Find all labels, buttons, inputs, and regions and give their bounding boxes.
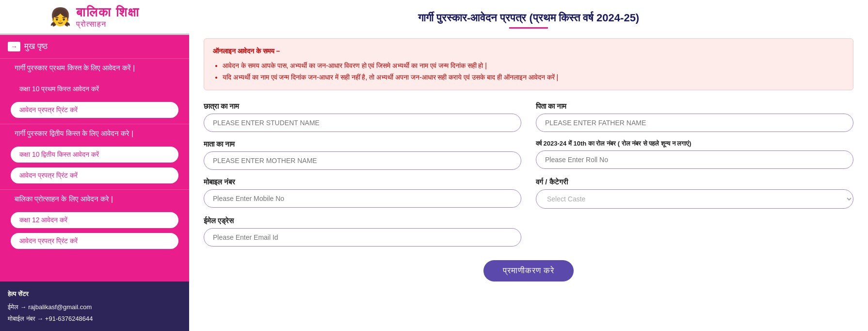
section3-group: बालिका प्रोत्साहन के लिए आवेदन करे | कक्… [0, 189, 189, 253]
student-name-group: छात्रा का नाम [204, 102, 521, 132]
logo-text: बालिका शिक्षा प्रोत्साहन [76, 5, 140, 29]
mother-name-input[interactable] [204, 151, 521, 170]
logo-area: 👧 बालिका शिक्षा प्रोत्साहन [0, 0, 189, 33]
student-name-label: छात्रा का नाम [204, 102, 521, 111]
caste-select[interactable]: Select Caste General OBC SC ST [536, 189, 853, 209]
section1-btn2[interactable]: आवेदन प्रपत्र प्रिंट करें [10, 101, 179, 119]
section2-btn2[interactable]: आवेदन प्रपत्र प्रिंट करें [10, 166, 179, 184]
mobile-label: मोबाइल नंबर [204, 178, 521, 186]
main-content: गार्गी पुरस्कार-आवेदन प्रपत्र (प्रथम किस… [189, 0, 868, 331]
caste-label: वर्ग / कैटेगरी [536, 178, 853, 186]
sidebar: 👧 बालिका शिक्षा प्रोत्साहन → मुख पृष्ठ ग… [0, 0, 189, 331]
section3-link-label: बालिका प्रोत्साहन के लिए आवेदन करे | [15, 195, 113, 203]
logo-title: बालिका शिक्षा [76, 5, 140, 20]
section3-btn2[interactable]: आवेदन प्रपत्र प्रिंट करें [10, 232, 179, 250]
roll-no-input[interactable] [536, 150, 853, 169]
mobile-group: मोबाइल नंबर [204, 178, 521, 209]
mobile-input[interactable] [204, 189, 521, 208]
section3-btn1[interactable]: कक्षा 12 आवेदन करें [10, 211, 179, 229]
section2-btn1-label: कक्षा 10 द्वितीय किस्त आवेदन करें [19, 150, 99, 158]
notice-box: ऑनलाइन आवेदन के समय – आवेदन के समय आपके … [204, 38, 853, 90]
notice-item-2: यदि अभ्यर्थी का नाम एवं जन्म दिनांक जन-आ… [223, 72, 844, 83]
section2-link-label: गार्गी पुरस्कार द्वितीय किस्त के लिए आवे… [15, 129, 133, 137]
help-email: ईमेल → rajbalikasf@gmail.com [8, 301, 181, 313]
page-title: गार्गी पुरस्कार-आवेदन प्रपत्र (प्रथम किस… [204, 12, 853, 24]
section2-link[interactable]: गार्गी पुरस्कार द्वितीय किस्त के लिए आवे… [0, 124, 189, 143]
help-section: हेल्प सेंटर ईमेल → rajbalikasf@gmail.com… [0, 281, 189, 331]
section1-link[interactable]: गार्गी पुरस्कार प्रथम किस्त के लिए आवेदन… [0, 58, 189, 77]
father-name-input[interactable] [536, 114, 853, 132]
help-email-label: ईमेल → [8, 303, 27, 311]
verify-button[interactable]: प्रमाणीकरण करे [483, 260, 574, 281]
form-grid: छात्रा का नाम पिता का नाम माता का नाम वर… [204, 102, 853, 247]
page-title-underline [509, 27, 548, 29]
roll-no-label: वर्ष 2023-24 में 10th का रोल नंबर ( रोल … [536, 140, 853, 148]
logo-icon: 👧 [49, 7, 71, 27]
help-phone-label: मोबाईल नंबर → [8, 315, 43, 322]
section1-btn2-label: आवेदन प्रपत्र प्रिंट करें [19, 106, 78, 114]
email-group: ईमेल एड्रेस [204, 216, 521, 247]
email-input[interactable] [204, 228, 521, 247]
section1-link-label: गार्गी पुरस्कार प्रथम किस्त के लिए आवेदन… [15, 64, 135, 72]
section2-btn1[interactable]: कक्षा 10 द्वितीय किस्त आवेदन करें [10, 146, 179, 164]
caste-group: वर्ग / कैटेगरी Select Caste General OBC … [536, 178, 853, 209]
section3-btn2-label: आवेदन प्रपत्र प्रिंट करें [19, 237, 78, 245]
help-phone-value: +91-6376248644 [45, 315, 93, 322]
father-name-label: पिता का नाम [536, 102, 853, 111]
section1-btn1[interactable]: कक्षा 10 प्रथम किस्त आवेदन करें [10, 80, 179, 98]
section2-group: गार्गी पुरस्कार द्वितीय किस्त के लिए आवे… [0, 124, 189, 187]
mother-name-label: माता का नाम [204, 140, 521, 149]
father-name-group: पिता का नाम [536, 102, 853, 132]
section1-btn1-label: कक्षा 10 प्रथम किस्त आवेदन करें [19, 85, 99, 93]
mother-name-group: माता का नाम [204, 140, 521, 170]
student-name-input[interactable] [204, 114, 521, 132]
help-email-value: rajbalikasf@gmail.com [28, 303, 92, 311]
help-title: हेल्प सेंटर [8, 288, 181, 299]
help-phone: मोबाईल नंबर → +91-6376248644 [8, 313, 181, 324]
home-label: मुख पृष्ठ [24, 42, 48, 51]
section3-btn1-label: कक्षा 12 आवेदन करें [19, 216, 67, 224]
notice-title: ऑनलाइन आवेदन के समय – [213, 46, 844, 57]
roll-no-group: वर्ष 2023-24 में 10th का रोल नंबर ( रोल … [536, 140, 853, 170]
notice-list: आवेदन के समय आपके पास, अभ्यर्थी का जन-आध… [213, 60, 844, 83]
logo-subtitle: प्रोत्साहन [76, 20, 106, 29]
section1-group: गार्गी पुरस्कार प्रथम किस्त के लिए आवेदन… [0, 58, 189, 122]
section3-link[interactable]: बालिका प्रोत्साहन के लिए आवेदन करे | [0, 189, 189, 208]
section2-btn2-label: आवेदन प्रपत्र प्रिंट करें [19, 171, 78, 179]
home-button[interactable]: → मुख पृष्ठ [0, 35, 189, 58]
email-label: ईमेल एड्रेस [204, 216, 521, 225]
home-arrow-icon: → [8, 42, 20, 51]
notice-item-1: आवेदन के समय आपके पास, अभ्यर्थी का जन-आध… [223, 60, 844, 72]
